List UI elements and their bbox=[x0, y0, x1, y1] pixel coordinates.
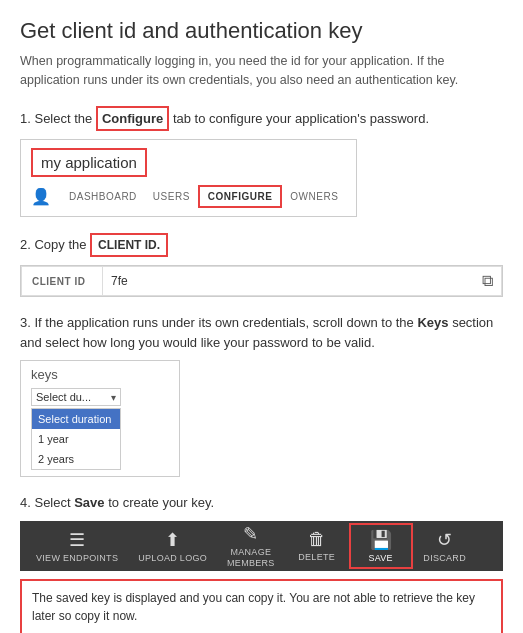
app-icon: 👤 bbox=[31, 187, 51, 206]
chevron-down-icon: ▾ bbox=[111, 392, 116, 403]
step-4-number: 4. bbox=[20, 495, 31, 510]
discard-icon: ↺ bbox=[437, 529, 452, 551]
discard-label: DISCARD bbox=[423, 553, 466, 563]
dropdown-item-1year[interactable]: 1 year bbox=[32, 429, 120, 449]
discard-button[interactable]: ↺ DISCARD bbox=[413, 525, 477, 567]
client-id-row: CLIENT ID 7fe ⧉ bbox=[21, 266, 502, 296]
keys-title: keys bbox=[31, 367, 169, 382]
app-tabs: 👤 DASHBOARD USERS CONFIGURE OWNERS bbox=[31, 185, 346, 208]
save-label: SAVE bbox=[368, 553, 393, 563]
view-endpoints-icon: ☰ bbox=[69, 529, 85, 551]
client-id-value-cell: 7fe ⧉ bbox=[102, 267, 501, 295]
dropdown-item-select-duration[interactable]: Select duration bbox=[32, 409, 120, 429]
duration-dropdown: Select duration 1 year 2 years bbox=[31, 408, 121, 470]
tab-dashboard[interactable]: DASHBOARD bbox=[61, 187, 145, 206]
view-endpoints-label: VIEW ENDPOINTS bbox=[36, 553, 118, 563]
client-id-value: 7fe bbox=[111, 274, 128, 288]
select-placeholder: Select du... bbox=[36, 391, 91, 403]
client-id-table: CLIENT ID 7fe ⧉ bbox=[20, 265, 503, 297]
save-button[interactable]: 💾 SAVE bbox=[349, 523, 413, 569]
step-1-number: 1. bbox=[20, 111, 31, 126]
step-2-number: 2. bbox=[20, 237, 31, 252]
upload-logo-icon: ⬆ bbox=[165, 529, 180, 551]
client-id-highlight: CLIENT ID. bbox=[90, 233, 168, 257]
manage-members-label: MANAGEMEMBERS bbox=[227, 547, 275, 569]
keys-box: keys Select du... ▾ Select duration 1 ye… bbox=[20, 360, 180, 477]
upload-logo-button[interactable]: ⬆ UPLOAD LOGO bbox=[128, 525, 217, 567]
duration-select[interactable]: Select du... ▾ bbox=[31, 388, 121, 406]
step-3: 3. If the application runs under its own… bbox=[20, 313, 503, 477]
dropdown-item-2years[interactable]: 2 years bbox=[32, 449, 120, 469]
keys-select-row: Select du... ▾ bbox=[31, 388, 169, 406]
step-4-label: 4. Select Save to create your key. bbox=[20, 493, 503, 513]
view-endpoints-button[interactable]: ☰ VIEW ENDPOINTS bbox=[26, 525, 128, 567]
step-3-label: 3. If the application runs under its own… bbox=[20, 313, 503, 352]
tab-owners[interactable]: OWNERS bbox=[282, 187, 346, 206]
delete-label: DELETE bbox=[298, 552, 335, 562]
step-1: 1. Select the Configure tab to configure… bbox=[20, 106, 503, 218]
configure-highlight: Configure bbox=[96, 106, 169, 132]
delete-icon: 🗑 bbox=[308, 529, 326, 550]
copy-icon[interactable]: ⧉ bbox=[482, 272, 493, 290]
save-bold: Save bbox=[74, 495, 104, 510]
save-icon: 💾 bbox=[370, 529, 392, 551]
step-2: 2. Copy the CLIENT ID. CLIENT ID 7fe ⧉ bbox=[20, 233, 503, 297]
delete-button[interactable]: 🗑 DELETE bbox=[285, 525, 349, 566]
step-4: 4. Select Save to create your key. ☰ VIE… bbox=[20, 493, 503, 633]
app-name: my application bbox=[31, 148, 147, 177]
page-title: Get client id and authentication key bbox=[20, 18, 503, 44]
tab-users[interactable]: USERS bbox=[145, 187, 198, 206]
save-notice: The saved key is displayed and you can c… bbox=[20, 579, 503, 634]
step-1-label: 1. Select the Configure tab to configure… bbox=[20, 106, 503, 132]
client-id-label: CLIENT ID bbox=[22, 270, 102, 293]
upload-logo-label: UPLOAD LOGO bbox=[138, 553, 207, 563]
step-3-number: 3. bbox=[20, 315, 31, 330]
app-mockup: my application 👤 DASHBOARD USERS CONFIGU… bbox=[20, 139, 357, 217]
manage-members-icon: ✎ bbox=[243, 523, 258, 545]
tab-configure[interactable]: CONFIGURE bbox=[198, 185, 283, 208]
step-2-label: 2. Copy the CLIENT ID. bbox=[20, 233, 503, 257]
page-intro: When programmatically logging in, you ne… bbox=[20, 52, 503, 90]
keys-bold: Keys bbox=[417, 315, 448, 330]
toolbar: ☰ VIEW ENDPOINTS ⬆ UPLOAD LOGO ✎ MANAGEM… bbox=[20, 521, 503, 571]
manage-members-button[interactable]: ✎ MANAGEMEMBERS bbox=[217, 519, 285, 573]
